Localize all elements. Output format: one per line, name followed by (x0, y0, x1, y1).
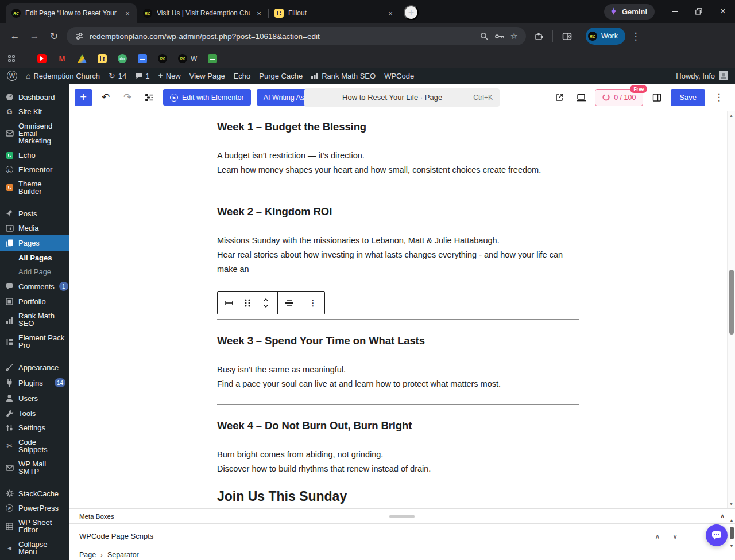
admin-bar-comments[interactable]: 1 (135, 72, 149, 80)
sidebar-item-users[interactable]: Users (0, 391, 69, 406)
admin-bar-purge-cache[interactable]: Purge Cache (259, 72, 303, 80)
admin-bar-howdy[interactable]: Howdy, Info (676, 72, 715, 80)
separator-block[interactable] (217, 190, 579, 190)
maximize-button[interactable] (687, 0, 711, 23)
sidebar-item-stackcache[interactable]: StackCache (0, 486, 69, 501)
address-bar[interactable]: redemptionplano.com/wp-admin/post.php?po… (67, 27, 526, 45)
gemini-button[interactable]: Gemini (604, 4, 655, 20)
reload-button[interactable]: ↻ (45, 27, 63, 45)
breadcrumb-separator-block[interactable]: Separator (107, 551, 139, 559)
content-paragraph[interactable]: A budget isn’t restriction — it’s direct… (217, 149, 579, 177)
back-button[interactable]: ← (6, 27, 24, 45)
bookmark-fillout[interactable] (98, 54, 107, 63)
bookmark-sheets[interactable] (208, 54, 217, 63)
sidebar-item-rank-math-seo[interactable]: Rank Math SEO (0, 309, 69, 330)
save-button[interactable]: Save (671, 89, 705, 106)
admin-bar-updates[interactable]: ↻14 (109, 72, 126, 80)
resize-handle[interactable] (389, 515, 415, 518)
apps-grid-icon[interactable] (8, 55, 15, 62)
minimize-button[interactable] (663, 0, 687, 23)
content-paragraph[interactable]: Busy isn’t the same as meaningful.Find a… (217, 363, 579, 391)
panel-scroll-up-icon[interactable]: ▲ (730, 518, 734, 522)
admin-bar-view-page[interactable]: View Page (189, 72, 225, 80)
undo-button[interactable]: ↶ (98, 90, 114, 106)
bookmark-rc[interactable]: RCW (178, 54, 197, 63)
browser-tab[interactable]: RCVisit Us | Visit Redemption Chur× (137, 3, 268, 23)
admin-bar-echo[interactable]: Echo (234, 72, 251, 80)
password-key-icon[interactable] (494, 33, 505, 40)
drag-handle-icon[interactable] (239, 294, 256, 312)
sidebar-item-omnisend-email-marketing[interactable]: Omnisend Email Marketing (0, 119, 69, 148)
sidebar-item-collapse-menu[interactable]: ◄Collapse Menu (0, 537, 69, 559)
sidebar-item-elementor[interactable]: EElementor (0, 162, 69, 177)
editor-canvas[interactable]: Week 1 – Budget the BlessingA budget isn… (69, 111, 735, 508)
user-avatar[interactable] (719, 71, 728, 80)
meta-boxes-panel[interactable]: Meta Boxes ∧ (69, 508, 735, 523)
sidebar-item-powerpress[interactable]: PPowerPress (0, 501, 69, 515)
block-options-icon[interactable]: ⋮ (304, 294, 322, 312)
edit-with-elementor-button[interactable]: EEdit with Elementor (163, 89, 251, 106)
tab-close-icon[interactable]: × (254, 9, 264, 18)
content-paragraph[interactable]: Burn bright comes from abiding, not grin… (217, 448, 579, 476)
admin-bar-site-name[interactable]: ⌂Redemption Church (26, 72, 100, 80)
admin-bar-new[interactable]: +New (158, 72, 181, 80)
url-text[interactable]: redemptionplano.com/wp-admin/post.php?po… (90, 32, 474, 41)
browser-tab[interactable]: Fillout× (269, 3, 400, 23)
sidebar-item-wp-sheet-editor[interactable]: WP Sheet Editor (0, 515, 69, 537)
content-heading[interactable]: Week 4 – Do Not Burn Out, Burn Bright (217, 419, 579, 432)
redo-button[interactable]: ↷ (119, 90, 136, 106)
bookmark-youtube[interactable] (37, 54, 47, 63)
close-button[interactable]: × (711, 0, 735, 23)
sidebar-item-appearance[interactable]: Appearance (0, 360, 69, 375)
panel-scroll-down-icon[interactable]: ▼ (730, 544, 734, 548)
view-page-icon[interactable] (551, 90, 567, 106)
sidebar-item-echo[interactable]: Echo (0, 148, 69, 162)
bookmark-star-icon[interactable]: ☆ (510, 31, 518, 41)
sidebar-item-dashboard[interactable]: Dashboard (0, 90, 69, 104)
sidebar-item-media[interactable]: Media (0, 221, 69, 235)
panel-scroll-thumb[interactable] (730, 527, 734, 539)
admin-bar-rank-math[interactable]: Rank Math SEO (311, 72, 376, 80)
bookmark-gmail[interactable]: M (57, 54, 67, 63)
admin-bar-wpcode[interactable]: WPCode (384, 72, 414, 80)
panel-up-chevron-icon[interactable]: ∧ (655, 532, 660, 540)
sidebar-item-site-kit[interactable]: GSite Kit (0, 104, 69, 119)
align-icon[interactable] (281, 294, 298, 312)
side-panel-icon[interactable] (558, 27, 576, 45)
scroll-up-icon[interactable]: ▲ (728, 114, 735, 118)
move-up-down-icon[interactable] (257, 294, 274, 312)
wpcode-scripts-panel[interactable]: WPCode Page Scripts ∧ ∨ (69, 523, 735, 549)
editor-scrollbar[interactable]: ▲ ▼ (727, 111, 735, 508)
site-info-icon[interactable] (75, 32, 84, 41)
preview-device-icon[interactable] (573, 90, 589, 106)
new-tab-button[interactable]: + (404, 5, 419, 20)
breadcrumb-page[interactable]: Page (79, 551, 96, 559)
command-search[interactable]: How to Reset Your Life · Page Ctrl+K (304, 88, 500, 107)
content-heading[interactable]: Week 1 – Budget the Blessing (217, 120, 579, 133)
block-inserter-button[interactable]: + (75, 89, 92, 106)
sidebar-item-pages[interactable]: Pages (0, 235, 69, 251)
chat-widget-button[interactable] (706, 524, 728, 546)
tab-close-icon[interactable]: × (123, 9, 132, 18)
zoom-icon[interactable] (479, 32, 489, 41)
forward-button[interactable]: → (25, 27, 44, 45)
sidebar-subitem-all-pages[interactable]: All Pages (0, 251, 69, 265)
collapse-chevron-icon[interactable]: ∧ (720, 512, 725, 520)
bookmark-drive[interactable] (78, 54, 87, 63)
separator-block[interactable] (217, 404, 579, 405)
content-heading-large[interactable]: Join Us This Sunday (217, 489, 579, 504)
sidebar-item-wp-mail-smtp[interactable]: WP Mail SMTP (0, 457, 69, 479)
sidebar-item-plugins[interactable]: Plugins14 (0, 375, 69, 391)
bookmark-gloo[interactable]: gloo (118, 54, 127, 63)
content-heading[interactable]: Week 3 – Spend Your Time on What Lasts (217, 335, 579, 347)
bookmark-docs[interactable] (138, 54, 147, 63)
rank-math-score[interactable]: 0 / 100 Free (595, 89, 643, 106)
content-heading[interactable]: Week 2 – Kingdom ROI (217, 205, 579, 218)
sidebar-item-posts[interactable]: Posts (0, 206, 69, 221)
sidebar-item-tools[interactable]: Tools (0, 406, 69, 421)
panel-down-chevron-icon[interactable]: ∨ (672, 532, 678, 540)
browser-menu-icon[interactable]: ⋮ (626, 27, 645, 45)
wordpress-logo-icon[interactable]: W (7, 71, 17, 81)
separator-block-icon[interactable] (220, 294, 238, 312)
sidebar-item-theme-builder[interactable]: Theme Builder (0, 177, 69, 199)
